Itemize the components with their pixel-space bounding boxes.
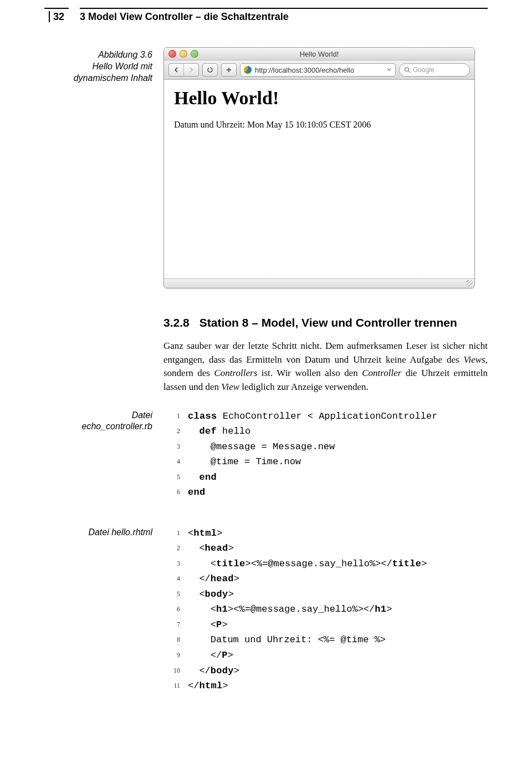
back-button[interactable] [169,64,183,76]
listing-label: Datei echo_controller.rb [44,409,163,500]
section-number: 3.2.8 [163,316,190,329]
section-paragraph: Ganz sauber war der letzte Schritt nicht… [163,339,488,394]
window-title: Hello World! [164,50,474,58]
reload-button[interactable] [203,64,217,76]
browser-window: Hello World! [163,47,475,288]
nav-buttons [168,63,199,77]
line-number: 5 [163,587,188,602]
line-number: 5 [163,470,188,485]
line-number: 1 [163,526,188,541]
line-number: 6 [163,485,188,500]
url-text: http://localhost:3000/echo/hello [255,66,354,74]
section-title: Station 8 – Model, View und Controller t… [200,316,457,329]
forward-button[interactable] [183,64,198,76]
line-number: 10 [163,663,188,679]
page-heading: Hello World! [174,88,464,109]
line-number: 3 [163,439,188,455]
line-number: 4 [163,571,188,587]
line-number: 3 [163,556,188,572]
add-button-group [221,63,237,77]
search-icon [404,67,411,73]
titlebar: Hello World! [164,48,474,60]
viewport: Hello World! Datum und Uhrzeit: Mon May … [164,80,474,278]
line-number: 2 [163,424,188,439]
line-number: 8 [163,632,188,648]
code-listing-view: 1<html> 2 <head> 3 <title><%=@message.sa… [163,526,488,694]
section-heading: 3.2.8 Station 8 – Model, View und Contro… [163,316,488,329]
figure-image: Hello World! [163,47,488,288]
figure-caption: Abbildung 3.6 Hello World mit dynamische… [44,47,163,288]
statusbar [164,278,474,288]
rss-indicator [386,67,392,73]
svg-line-1 [408,71,410,73]
page-text: Datum und Uhrzeit: Mon May 15 10:10:05 C… [174,120,464,130]
caption-line: Hello World mit [93,62,152,71]
search-placeholder: Google [413,66,434,74]
listing-label: Datei hello.rhtml [44,526,163,694]
add-button[interactable] [222,64,236,76]
resize-handle-icon[interactable] [467,280,473,287]
line-number: 1 [163,409,188,424]
line-number: 11 [163,678,188,694]
toolbar: http://localhost:3000/echo/hello Google [164,60,474,80]
line-number: 2 [163,541,188,556]
page-number-box: 32 [44,8,69,25]
favicon-icon [244,66,252,74]
search-box[interactable]: Google [399,63,470,77]
line-number: 9 [163,648,188,663]
reload-button-group [202,63,218,77]
caption-line: dynamischem Inhalt [74,73,152,83]
svg-point-0 [405,68,409,72]
url-bar[interactable]: http://localhost:3000/echo/hello [240,63,396,77]
line-number: 6 [163,602,188,617]
caption-line: Abbildung 3.6 [98,50,152,59]
line-number: 7 [163,617,188,633]
line-number: 4 [163,454,188,470]
running-header: 32 3 Model View Controller – die Schaltz… [44,0,488,25]
chapter-title: 3 Model View Controller – die Schaltzent… [80,8,488,25]
code-listing-controller: 1class EchoController < ApplicationContr… [163,409,488,500]
page-number: 32 [49,11,64,22]
